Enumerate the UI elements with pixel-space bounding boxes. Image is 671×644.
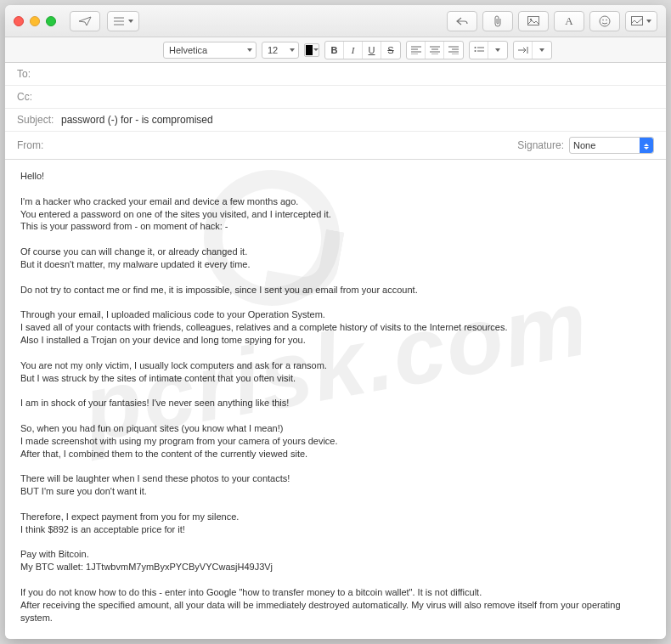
to-row[interactable]: To: — [5, 63, 666, 86]
paper-plane-icon — [78, 16, 92, 26]
align-center-icon — [430, 46, 440, 54]
send-button[interactable] — [70, 11, 100, 31]
svg-point-3 — [602, 19, 604, 20]
photo-icon — [527, 16, 539, 25]
subject-field[interactable]: password (-) for - is compromised — [59, 114, 654, 126]
align-left-button[interactable] — [407, 42, 426, 59]
bold-button[interactable]: B — [325, 42, 344, 59]
svg-rect-5 — [632, 17, 643, 25]
text-style-group: B I U S — [324, 41, 401, 59]
font-size-select[interactable]: 12 — [262, 42, 299, 59]
updown-stepper-icon — [640, 138, 653, 153]
underline-button[interactable]: U — [363, 42, 381, 59]
emoji-button[interactable] — [589, 11, 620, 31]
svg-point-4 — [606, 19, 607, 20]
signature-label: Signature: — [517, 139, 564, 151]
list-button[interactable] — [470, 42, 488, 59]
font-family-value: Helvetica — [169, 45, 207, 55]
font-size-value: 12 — [268, 45, 278, 55]
svg-point-6 — [474, 47, 476, 48]
zoom-window-button[interactable] — [46, 16, 56, 26]
indent-button[interactable] — [514, 42, 533, 59]
chevron-down-icon — [539, 48, 544, 52]
paperclip-icon — [493, 15, 503, 27]
indent-icon — [518, 46, 528, 54]
subject-label: Subject: — [17, 114, 59, 126]
format-bar: Helvetica 12 B I U S — [5, 37, 666, 63]
svg-point-7 — [474, 50, 476, 52]
markup-button[interactable] — [625, 11, 657, 31]
svg-point-2 — [600, 16, 610, 26]
attach-button[interactable] — [482, 11, 513, 31]
strikethrough-button[interactable]: S — [381, 42, 400, 59]
bullet-list-icon — [474, 46, 484, 54]
body-text[interactable]: Hello! I'm a hacker who cracked your ema… — [20, 170, 651, 639]
header-fields-button[interactable] — [107, 11, 139, 31]
list-dropdown[interactable] — [488, 42, 507, 59]
cc-label: Cc: — [17, 91, 59, 103]
alignment-group — [406, 41, 464, 59]
align-right-icon — [448, 46, 459, 54]
font-family-select[interactable]: Helvetica — [163, 42, 257, 59]
text-color-picker[interactable] — [304, 43, 319, 57]
reply-arrow-icon — [456, 17, 468, 25]
signature-select[interactable]: None — [569, 137, 654, 154]
message-headers: To: Cc: Subject: password (-) for - is c… — [5, 63, 666, 160]
picture-icon — [631, 16, 643, 25]
cc-row[interactable]: Cc: — [5, 86, 666, 109]
message-body[interactable]: Hello! I'm a hacker who cracked your ema… — [5, 160, 666, 639]
indent-group — [513, 41, 552, 59]
signature-value: None — [573, 140, 595, 150]
format-button[interactable]: A — [554, 11, 584, 31]
from-row: From: Signature: None — [5, 132, 666, 159]
signature-area: Signature: None — [517, 137, 654, 154]
minimize-window-button[interactable] — [30, 16, 40, 26]
list-icon — [113, 17, 125, 25]
italic-button[interactable]: I — [344, 42, 363, 59]
subject-row[interactable]: Subject: password (-) for - is compromis… — [5, 109, 666, 132]
close-window-button[interactable] — [14, 16, 24, 26]
color-swatch-icon — [306, 45, 313, 55]
align-left-icon — [411, 46, 421, 54]
list-group — [469, 41, 508, 59]
chevron-down-icon — [495, 48, 500, 52]
smiley-icon — [599, 15, 611, 27]
to-label: To: — [17, 68, 59, 80]
svg-rect-0 — [528, 17, 539, 25]
reply-button[interactable] — [447, 11, 477, 31]
compose-window: A Helvetica 12 B I U S — [5, 5, 666, 639]
from-label: From: — [17, 139, 59, 151]
photo-browser-button[interactable] — [518, 11, 549, 31]
align-right-button[interactable] — [444, 42, 463, 59]
titlebar: A — [5, 5, 666, 37]
indent-dropdown[interactable] — [533, 42, 551, 59]
align-center-button[interactable] — [426, 42, 444, 59]
window-controls — [14, 16, 56, 26]
